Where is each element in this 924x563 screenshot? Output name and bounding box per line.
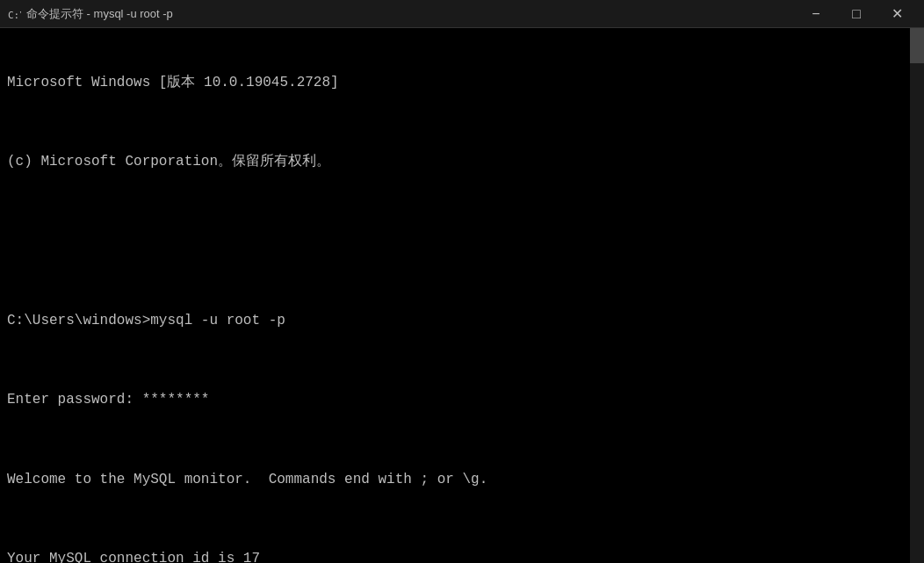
terminal-line-3: C:\Users\windows>mysql -u root -p xyxy=(7,311,917,331)
terminal-line-6: Your MySQL connection id is 17 xyxy=(7,549,917,563)
terminal-output[interactable]: Microsoft Windows [版本 10.0.19045.2728] (… xyxy=(0,28,924,563)
restore-button[interactable]: □ xyxy=(836,0,877,28)
window: C:\ 命令提示符 - mysql -u root -p − □ ✕ Micro… xyxy=(0,0,924,563)
cmd-icon: C:\ xyxy=(7,7,21,21)
scrollbar[interactable] xyxy=(910,28,924,563)
terminal-line-2 xyxy=(7,232,917,252)
close-button[interactable]: ✕ xyxy=(877,0,917,28)
scrollbar-thumb[interactable] xyxy=(910,28,924,63)
terminal-line-4: Enter password: ******** xyxy=(7,390,917,410)
minimize-button[interactable]: − xyxy=(796,0,836,28)
title-bar-left: C:\ 命令提示符 - mysql -u root -p xyxy=(7,6,173,22)
window-title: 命令提示符 - mysql -u root -p xyxy=(26,6,173,22)
terminal-line-1: (c) Microsoft Corporation。保留所有权利。 xyxy=(7,152,917,172)
svg-text:C:\: C:\ xyxy=(8,10,21,21)
window-controls: − □ ✕ xyxy=(796,0,917,28)
terminal-line-0: Microsoft Windows [版本 10.0.19045.2728] xyxy=(7,73,917,93)
terminal-line-5: Welcome to the MySQL monitor. Commands e… xyxy=(7,470,917,490)
title-bar: C:\ 命令提示符 - mysql -u root -p − □ ✕ xyxy=(0,0,924,28)
